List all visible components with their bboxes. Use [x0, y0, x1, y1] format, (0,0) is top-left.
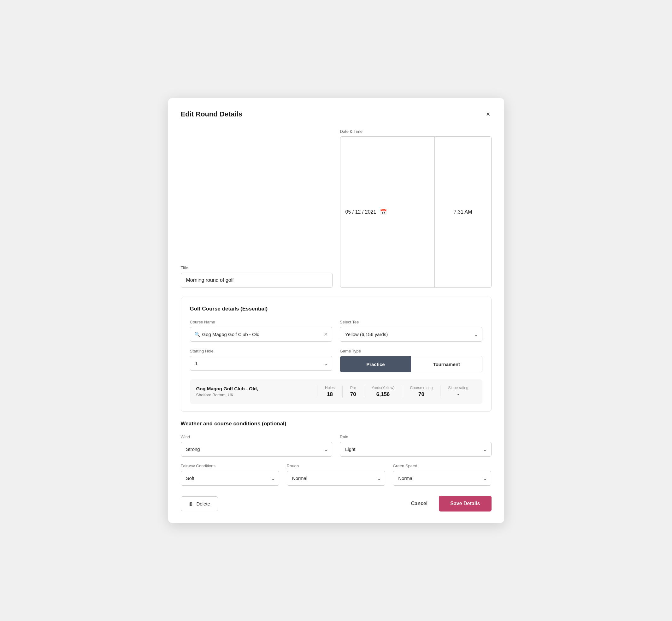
fairway-rough-green-row: Fairway Conditions SoftNormalFirm ⌄ Roug… — [181, 463, 492, 486]
golf-course-section: Golf Course details (Essential) Course N… — [181, 297, 492, 412]
date-input[interactable]: 05 / 12 / 2021 📅 — [340, 136, 435, 288]
select-tee-label: Select Tee — [340, 320, 482, 324]
time-value: 7:31 AM — [454, 209, 472, 215]
course-name-group: Course Name 🔍 ✕ — [190, 320, 333, 342]
fairway-dropdown[interactable]: SoftNormalFirm — [181, 471, 279, 486]
slope-rating-label: Slope rating — [448, 385, 468, 390]
course-name-display: Gog Magog Golf Club - Old, — [196, 386, 318, 391]
edit-round-modal: Edit Round Details × Title Date & Time 0… — [168, 98, 504, 523]
yards-value: 6,156 — [376, 391, 390, 398]
top-row: Title Date & Time 05 / 12 / 2021 📅 7:31 … — [181, 129, 492, 288]
select-tee-wrap: Yellow (6,156 yards) White Red Blue ⌄ — [340, 327, 482, 342]
close-button[interactable]: × — [485, 110, 492, 119]
conditions-section: Weather and course conditions (optional)… — [181, 421, 492, 486]
rough-group: Rough SoftNormalFirm ⌄ — [287, 463, 385, 486]
slope-rating-value: - — [458, 391, 459, 398]
course-rating-label: Course rating — [410, 385, 432, 390]
delete-button[interactable]: 🗑 Delete — [181, 496, 218, 511]
rain-wrap: NoneLightModerateHeavy ⌄ — [340, 442, 492, 457]
starting-hole-wrap: 1234 5678 910 ⌄ — [190, 356, 333, 371]
par-value: 70 — [350, 391, 356, 398]
par-label: Par — [350, 385, 356, 390]
rain-label: Rain — [340, 434, 492, 439]
holes-label: Holes — [325, 385, 335, 390]
cancel-button[interactable]: Cancel — [409, 496, 430, 511]
delete-label: Delete — [197, 501, 210, 506]
trash-icon: 🗑 — [189, 501, 194, 506]
course-rating-value: 70 — [418, 391, 424, 398]
course-name-wrap: 🔍 ✕ — [190, 327, 333, 342]
wind-rain-row: Wind NoneLightModerateStrong ⌄ Rain None… — [181, 434, 492, 457]
footer-row: 🗑 Delete Cancel Save Details — [181, 493, 492, 511]
holes-value: 18 — [327, 391, 333, 398]
course-rating-stat: Course rating 70 — [402, 385, 440, 398]
starting-hole-group: Starting Hole 1234 5678 910 ⌄ — [190, 349, 333, 372]
wind-dropdown[interactable]: NoneLightModerateStrong — [181, 442, 333, 457]
course-info-name: Gog Magog Golf Club - Old, Shelford Bott… — [196, 386, 318, 397]
slope-rating-stat: Slope rating - — [440, 385, 476, 398]
conditions-title: Weather and course conditions (optional) — [181, 421, 492, 427]
hole-gametype-row: Starting Hole 1234 5678 910 ⌄ Game Type … — [190, 349, 482, 372]
rough-wrap: SoftNormalFirm ⌄ — [287, 471, 385, 486]
starting-hole-label: Starting Hole — [190, 349, 333, 354]
tournament-button[interactable]: Tournament — [411, 356, 482, 372]
calendar-icon: 📅 — [380, 209, 387, 215]
save-button[interactable]: Save Details — [439, 496, 491, 511]
title-label: Title — [181, 265, 333, 270]
wind-group: Wind NoneLightModerateStrong ⌄ — [181, 434, 333, 457]
rough-dropdown[interactable]: SoftNormalFirm — [287, 471, 385, 486]
golf-course-title: Golf Course details (Essential) — [190, 306, 482, 312]
course-name-input[interactable] — [190, 327, 333, 342]
green-speed-label: Green Speed — [393, 463, 491, 468]
wind-label: Wind — [181, 434, 333, 439]
fairway-group: Fairway Conditions SoftNormalFirm ⌄ — [181, 463, 279, 486]
modal-header: Edit Round Details × — [181, 110, 492, 119]
practice-button[interactable]: Practice — [340, 356, 411, 372]
time-input[interactable]: 7:31 AM — [435, 136, 492, 288]
par-stat: Par 70 — [342, 385, 364, 398]
footer-right: Cancel Save Details — [409, 496, 492, 511]
modal-title: Edit Round Details — [181, 110, 243, 118]
title-input[interactable] — [181, 273, 333, 288]
course-tee-row: Course Name 🔍 ✕ Select Tee Yellow (6,156… — [190, 320, 482, 342]
yards-label: Yards(Yellow) — [372, 385, 395, 390]
datetime-field: 05 / 12 / 2021 📅 7:31 AM — [340, 136, 492, 288]
starting-hole-dropdown[interactable]: 1234 5678 910 — [190, 356, 333, 371]
course-info-box: Gog Magog Golf Club - Old, Shelford Bott… — [190, 379, 482, 404]
rain-group: Rain NoneLightModerateHeavy ⌄ — [340, 434, 492, 457]
rough-label: Rough — [287, 463, 385, 468]
select-tee-dropdown[interactable]: Yellow (6,156 yards) White Red Blue — [340, 327, 482, 342]
green-speed-group: Green Speed SlowNormalFast ⌄ — [393, 463, 491, 486]
search-icon: 🔍 — [194, 332, 200, 337]
holes-stat: Holes 18 — [317, 385, 342, 398]
rain-dropdown[interactable]: NoneLightModerateHeavy — [340, 442, 492, 457]
course-location: Shelford Bottom, UK — [196, 392, 318, 397]
green-speed-wrap: SlowNormalFast ⌄ — [393, 471, 491, 486]
datetime-field-group: Date & Time 05 / 12 / 2021 📅 7:31 AM — [340, 129, 492, 288]
game-type-label: Game Type — [340, 349, 482, 354]
title-field-group: Title — [181, 265, 333, 288]
select-tee-group: Select Tee Yellow (6,156 yards) White Re… — [340, 320, 482, 342]
game-type-group: Game Type Practice Tournament — [340, 349, 482, 372]
datetime-label: Date & Time — [340, 129, 492, 134]
course-name-label: Course Name — [190, 320, 333, 324]
wind-wrap: NoneLightModerateStrong ⌄ — [181, 442, 333, 457]
green-speed-dropdown[interactable]: SlowNormalFast — [393, 471, 491, 486]
fairway-label: Fairway Conditions — [181, 463, 279, 468]
date-value: 05 / 12 / 2021 — [345, 209, 376, 215]
clear-icon[interactable]: ✕ — [324, 331, 328, 337]
yards-stat: Yards(Yellow) 6,156 — [364, 385, 402, 398]
fairway-wrap: SoftNormalFirm ⌄ — [181, 471, 279, 486]
game-type-toggle: Practice Tournament — [340, 356, 482, 372]
